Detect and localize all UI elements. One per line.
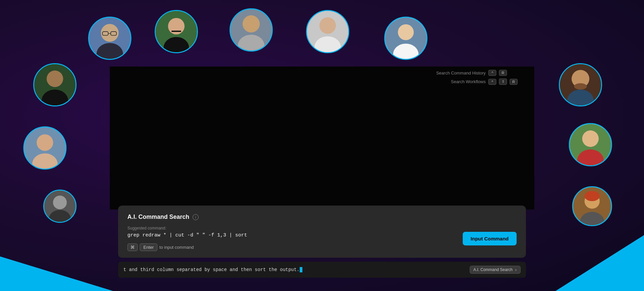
avatar bbox=[230, 8, 273, 52]
kbd-enter: Enter bbox=[140, 243, 157, 251]
chevron-up-icon: ∧ bbox=[515, 268, 517, 272]
avatar bbox=[569, 123, 612, 166]
avatar bbox=[155, 10, 198, 53]
terminal-background bbox=[110, 67, 534, 210]
svg-rect-9 bbox=[172, 31, 181, 32]
avatar bbox=[572, 186, 612, 226]
ai-panel-body: Suggested command: grep redraw * | cut -… bbox=[127, 226, 517, 251]
ai-panel-title: A.I. Command Search bbox=[127, 214, 189, 220]
svg-point-20 bbox=[47, 71, 63, 87]
suggested-command: grep redraw * | cut -d " " -f 1,3 | sort bbox=[127, 232, 456, 238]
avatar bbox=[88, 17, 131, 60]
avatar bbox=[384, 17, 427, 60]
svg-point-17 bbox=[398, 24, 414, 40]
svg-point-23 bbox=[37, 134, 53, 151]
svg-point-11 bbox=[242, 15, 260, 33]
terminal-input-bar[interactable]: t and third column separated by space an… bbox=[118, 262, 526, 278]
info-icon[interactable]: i bbox=[193, 214, 199, 220]
shortcut-row-history: Search Command History ^ R bbox=[422, 70, 518, 76]
avatar bbox=[43, 190, 77, 223]
kbd-ctrl: ^ bbox=[488, 70, 496, 76]
shortcut-row-workflows: Search Workflows ^ ⇧ R bbox=[422, 78, 518, 85]
enter-hint-text: to input command bbox=[159, 245, 194, 250]
avatar bbox=[559, 63, 602, 106]
avatar bbox=[306, 10, 349, 53]
kbd-cmd-icon: ⌘ bbox=[127, 243, 138, 251]
avatar bbox=[23, 126, 67, 170]
ai-panel-header: A.I. Command Search i bbox=[127, 214, 517, 220]
enter-hint: ⌘ Enter to input command bbox=[127, 243, 456, 251]
terminal-input-text: t and third column separated by space an… bbox=[123, 267, 466, 272]
svg-point-38 bbox=[584, 191, 600, 201]
shortcuts-bar: Search Command History ^ R Search Workfl… bbox=[422, 70, 518, 85]
kbd-r: R bbox=[499, 70, 507, 76]
kbd-r2: R bbox=[510, 79, 518, 85]
kbd-shift: ⇧ bbox=[499, 78, 507, 85]
shortcut-label-history: Search Command History bbox=[422, 71, 486, 75]
suggested-label: Suggested command: bbox=[127, 226, 456, 230]
shortcut-label-workflows: Search Workflows bbox=[422, 79, 486, 84]
ai-search-badge[interactable]: A.I. Command Search ∧ bbox=[470, 266, 521, 274]
svg-point-33 bbox=[582, 130, 599, 147]
ai-search-badge-label: A.I. Command Search bbox=[473, 267, 513, 272]
svg-point-26 bbox=[53, 196, 67, 209]
kbd-ctrl2: ^ bbox=[488, 79, 496, 85]
text-cursor bbox=[300, 267, 302, 272]
svg-point-14 bbox=[319, 17, 336, 34]
svg-point-31 bbox=[574, 83, 587, 89]
avatar bbox=[33, 63, 77, 106]
ai-command-panel: A.I. Command Search i Suggested command:… bbox=[118, 206, 526, 258]
svg-point-1 bbox=[101, 24, 118, 42]
terminal-text-content: t and third column separated by space an… bbox=[123, 267, 299, 272]
svg-point-7 bbox=[168, 18, 185, 35]
input-command-button[interactable]: Input Command bbox=[463, 232, 517, 245]
ai-panel-left: Suggested command: grep redraw * | cut -… bbox=[127, 226, 456, 251]
